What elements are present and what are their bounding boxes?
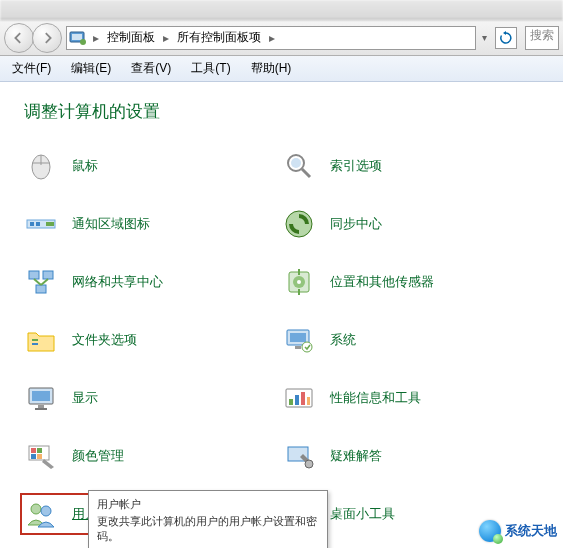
menu-bar: 文件(F) 编辑(E) 查看(V) 工具(T) 帮助(H) — [0, 56, 563, 82]
right-column: 索引选项 同步中心 位置和其他传感器 系统 性能信息和工具 疑难解答 — [282, 149, 540, 548]
svg-point-36 — [297, 280, 301, 284]
display-icon — [24, 381, 58, 415]
item-label: 桌面小工具 — [330, 505, 395, 523]
item-label: 颜色管理 — [72, 447, 124, 465]
svg-line-31 — [302, 169, 310, 177]
svg-rect-15 — [32, 339, 38, 341]
tooltip-body: 更改共享此计算机的用户的用户帐户设置和密码。 — [97, 514, 319, 544]
svg-point-49 — [305, 460, 313, 468]
item-label: 通知区域图标 — [72, 215, 150, 233]
troubleshoot-icon — [282, 439, 316, 473]
search-icon — [282, 149, 316, 183]
item-troubleshoot[interactable]: 疑难解答 — [282, 439, 540, 473]
left-column: 鼠标 通知区域图标 网络和共享中心 文件夹选项 显示 颜色管理 — [24, 149, 282, 548]
svg-rect-12 — [36, 285, 46, 293]
breadcrumb[interactable]: ▸ 控制面板 ▸ 所有控制面板项 ▸ — [66, 26, 476, 50]
dropdown-icon[interactable]: ▾ — [480, 32, 489, 43]
item-system[interactable]: 系统 — [282, 323, 540, 357]
tooltip-title: 用户帐户 — [97, 497, 319, 512]
item-label: 索引选项 — [330, 157, 382, 175]
svg-rect-19 — [38, 405, 44, 408]
item-label: 同步中心 — [330, 215, 382, 233]
users-icon — [24, 497, 58, 531]
menu-tools[interactable]: 工具(T) — [187, 58, 234, 79]
title-bar — [0, 0, 563, 20]
svg-rect-11 — [43, 271, 53, 279]
content-area: 调整计算机的设置 鼠标 通知区域图标 网络和共享中心 文件夹选项 显示 — [0, 82, 563, 548]
folder-icon — [24, 323, 58, 357]
svg-rect-22 — [31, 448, 36, 453]
breadcrumb-sep[interactable]: ▸ — [89, 31, 103, 45]
svg-rect-7 — [30, 222, 34, 226]
menu-view[interactable]: 查看(V) — [127, 58, 175, 79]
item-color-management[interactable]: 颜色管理 — [24, 439, 282, 473]
breadcrumb-control-panel[interactable]: 控制面板 — [105, 29, 157, 46]
page-title: 调整计算机的设置 — [24, 100, 539, 123]
mouse-icon — [24, 149, 58, 183]
svg-point-2 — [80, 39, 86, 45]
menu-edit[interactable]: 编辑(E) — [67, 58, 115, 79]
watermark: 系统天地 — [479, 520, 557, 542]
svg-rect-40 — [290, 333, 306, 342]
item-label: 疑难解答 — [330, 447, 382, 465]
svg-rect-47 — [307, 397, 310, 405]
tooltip: 用户帐户 更改共享此计算机的用户的用户帐户设置和密码。 — [88, 490, 328, 548]
item-label: 显示 — [72, 389, 98, 407]
svg-rect-45 — [295, 395, 299, 405]
breadcrumb-all-items[interactable]: 所有控制面板项 — [175, 29, 263, 46]
item-location-sensors[interactable]: 位置和其他传感器 — [282, 265, 540, 299]
svg-line-14 — [41, 279, 48, 285]
item-notification-area[interactable]: 通知区域图标 — [24, 207, 282, 241]
svg-point-26 — [31, 504, 41, 514]
breadcrumb-sep[interactable]: ▸ — [159, 31, 173, 45]
item-label: 位置和其他传感器 — [330, 273, 434, 291]
menu-file[interactable]: 文件(F) — [8, 58, 55, 79]
item-mouse[interactable]: 鼠标 — [24, 149, 282, 183]
watermark-text: 系统天地 — [505, 522, 557, 540]
svg-rect-10 — [29, 271, 39, 279]
item-label: 性能信息和工具 — [330, 389, 421, 407]
svg-rect-24 — [31, 454, 36, 459]
item-label: 系统 — [330, 331, 356, 349]
svg-line-13 — [34, 279, 41, 285]
svg-rect-44 — [289, 399, 293, 405]
item-network-sharing[interactable]: 网络和共享中心 — [24, 265, 282, 299]
svg-rect-23 — [37, 448, 42, 453]
svg-rect-25 — [37, 454, 42, 459]
item-label: 网络和共享中心 — [72, 273, 163, 291]
watermark-icon — [479, 520, 501, 542]
item-display[interactable]: 显示 — [24, 381, 282, 415]
svg-rect-41 — [295, 346, 301, 349]
refresh-button[interactable] — [495, 27, 517, 49]
svg-rect-1 — [72, 34, 82, 40]
location-icon — [282, 265, 316, 299]
svg-rect-8 — [36, 222, 40, 226]
sync-icon — [282, 207, 316, 241]
svg-rect-20 — [35, 408, 47, 410]
nav-forward-button[interactable] — [32, 23, 62, 53]
search-input[interactable]: 搜索 — [525, 26, 559, 50]
color-icon — [24, 439, 58, 473]
menu-help[interactable]: 帮助(H) — [247, 58, 296, 79]
performance-icon — [282, 381, 316, 415]
nav-back-button[interactable] — [4, 23, 34, 53]
network-icon — [24, 265, 58, 299]
svg-point-42 — [302, 342, 312, 352]
svg-rect-16 — [32, 343, 38, 345]
svg-rect-9 — [46, 222, 54, 226]
item-sync-center[interactable]: 同步中心 — [282, 207, 540, 241]
item-indexing[interactable]: 索引选项 — [282, 149, 540, 183]
item-label: 鼠标 — [72, 157, 98, 175]
item-folder-options[interactable]: 文件夹选项 — [24, 323, 282, 357]
item-label: 文件夹选项 — [72, 331, 137, 349]
system-icon — [282, 323, 316, 357]
svg-rect-18 — [32, 391, 50, 401]
control-panel-icon — [69, 30, 87, 46]
taskbar-icon — [24, 207, 58, 241]
svg-rect-46 — [301, 392, 305, 405]
svg-point-27 — [41, 506, 51, 516]
svg-point-32 — [291, 158, 301, 168]
breadcrumb-sep[interactable]: ▸ — [265, 31, 279, 45]
item-performance[interactable]: 性能信息和工具 — [282, 381, 540, 415]
address-bar: ▸ 控制面板 ▸ 所有控制面板项 ▸ ▾ 搜索 — [0, 20, 563, 56]
